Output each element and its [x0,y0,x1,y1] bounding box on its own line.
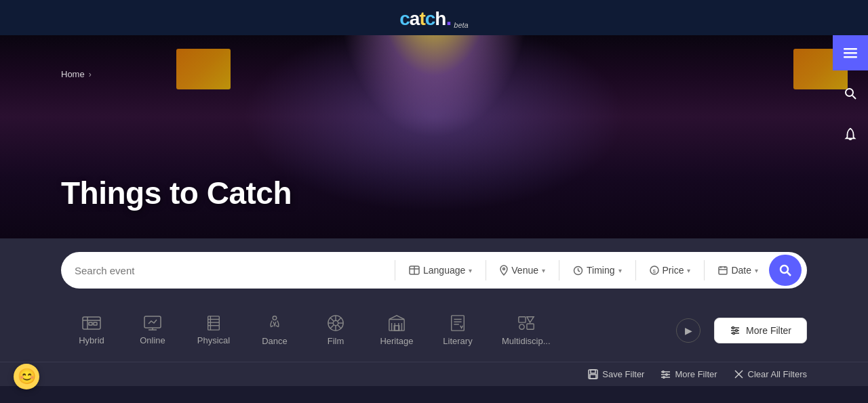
svg-point-61 [732,326,734,328]
price-label: Price [663,265,684,276]
timing-filter-button[interactable]: Timing ▾ [565,261,630,280]
language-filter-button[interactable]: Language ▾ [401,261,480,280]
category-dance[interactable]: Dance [244,309,305,352]
logo-a: a [410,8,420,29]
more-filter-bottom-action[interactable]: More Filter [660,369,717,379]
breadcrumb: Home › [61,69,92,79]
dance-label: Dance [262,336,288,346]
film-icon [326,314,345,332]
venue-icon [500,265,508,276]
online-icon [143,315,162,331]
svg-point-63 [733,332,735,334]
breadcrumb-chevron: › [89,70,92,79]
literary-icon [448,314,467,332]
clear-filters-label: Clear All Filters [748,369,807,379]
venue-chevron: ▾ [542,267,545,274]
svg-rect-23 [89,322,92,325]
next-icon: ▶ [685,325,692,336]
svg-point-18 [781,266,788,273]
dance-icon [265,314,284,332]
more-filter-bottom-label: More Filter [675,369,717,379]
search-bar: Language ▾ Venue ▾ Timing ▾ [61,252,807,289]
divider-1 [395,260,395,280]
film-label: Film [328,336,344,346]
svg-rect-28 [208,316,220,330]
hero-side-icons [833,35,868,238]
price-chevron: ▾ [687,267,690,274]
language-chevron: ▾ [469,267,472,274]
hero-title: Things to Catch [61,175,292,211]
category-physical[interactable]: Physical [183,310,244,351]
more-filter-button[interactable]: More Filter [714,318,807,343]
venue-filter-button[interactable]: Venue ▾ [492,261,553,280]
hybrid-label: Hybrid [79,335,104,345]
svg-text:$: $ [652,268,656,274]
price-icon: $ [650,266,659,275]
top-nav: catch. beta [0,0,868,35]
svg-point-72 [663,377,665,378]
timing-icon [573,266,583,276]
category-film[interactable]: Film [305,309,366,352]
timing-chevron: ▾ [618,267,622,274]
physical-label: Physical [197,335,230,345]
svg-line-11 [578,270,580,272]
smiley-icon: 😊 [18,368,36,385]
svg-rect-65 [591,370,595,373]
svg-point-71 [666,374,667,375]
svg-line-42 [338,318,342,322]
notification-button[interactable] [833,116,868,152]
divider-3 [559,260,559,280]
clear-filters-action[interactable]: Clear All Filters [734,369,807,379]
breadcrumb-home[interactable]: Home [61,69,85,79]
logo: catch. beta [399,5,468,30]
bottom-bar: Save Filter More Filter Clear All Filter… [0,362,868,386]
physical-icon [204,315,223,331]
category-online[interactable]: Online [122,310,183,351]
svg-rect-14 [719,267,727,274]
divider-4 [635,260,636,280]
hero-screen-left [176,49,231,89]
price-filter-button[interactable]: $ Price ▾ [642,261,699,280]
svg-rect-66 [590,375,596,379]
search-submit-icon [779,264,791,276]
svg-line-4 [852,96,856,99]
heritage-label: Heritage [380,336,413,346]
category-list: Hybrid Online Physical [61,309,676,352]
hybrid-icon [82,315,101,331]
category-literary[interactable]: Literary [427,309,488,352]
chat-button[interactable]: 😊 [14,364,39,389]
category-heritage[interactable]: Heritage [366,309,427,352]
svg-rect-57 [527,324,534,329]
logo-c2: c [425,8,435,29]
save-filter-label: Save Filter [602,369,644,379]
category-multidisciplinary[interactable]: Multidiscip... [488,309,564,352]
more-filter-bottom-icon [660,369,671,379]
clear-icon [734,369,744,379]
save-filter-action[interactable]: Save Filter [588,369,644,379]
filter-adjust-icon [730,325,741,336]
svg-rect-20 [83,317,100,329]
svg-line-43 [330,325,334,329]
date-icon [718,266,728,275]
svg-point-8 [503,268,505,270]
date-filter-button[interactable]: Date ▾ [710,261,766,280]
svg-point-35 [333,320,338,325]
logo-c: c [399,8,410,29]
svg-point-33 [273,316,277,320]
svg-point-70 [663,371,664,373]
search-submit-button[interactable] [769,255,802,286]
svg-rect-24 [94,322,97,325]
search-input[interactable] [75,265,389,276]
divider-5 [704,260,705,280]
svg-line-41 [338,325,342,329]
svg-line-40 [330,318,334,322]
literary-label: Literary [443,336,472,346]
svg-point-56 [519,324,524,329]
search-button[interactable] [833,76,868,111]
more-filter-label: More Filter [746,325,791,336]
save-icon [588,369,598,379]
categories-next-button[interactable]: ▶ [676,318,701,343]
heritage-icon [387,314,406,332]
category-hybrid[interactable]: Hybrid [61,310,122,351]
menu-button[interactable] [833,35,868,70]
